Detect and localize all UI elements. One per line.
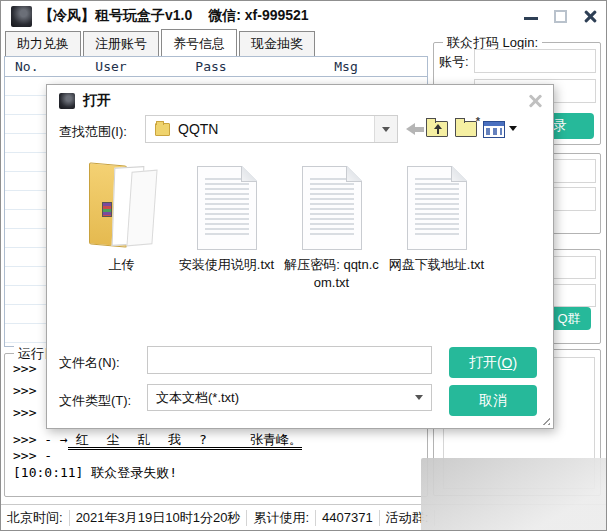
usage-label: 累计使用: [247,509,315,527]
close-icon [583,9,598,24]
filename-label: 文件名(N): [59,354,120,372]
folder-icon [155,123,170,136]
resize-grip[interactable] [540,415,550,425]
filetype-value: 文本文档(*.txt) [156,389,239,407]
dialog-app-icon [59,93,75,109]
open-button-label: 打开( [469,354,502,372]
tab-boost-exchange[interactable]: 助力兑换 [5,31,81,57]
log-signature-text: 红 尘 乱 我 ? [76,432,212,447]
view-menu-button[interactable] [483,118,505,135]
file-name: 解压密码: qqtn.com.txt [282,256,382,291]
view-menu-icon [483,121,505,138]
col-no: No. [5,57,65,76]
file-name: 网盘下载地址.txt [389,256,484,274]
usage-value: 4407371 [316,510,379,525]
maximize-icon [554,10,567,23]
file-item-text[interactable]: 网盘下载地址.txt [384,152,489,330]
app-window: 【冷风】租号玩盒子v1.0微信: xf-999521 助力兑换 注册账号 养号信… [0,0,607,531]
dialog-close-icon[interactable] [527,93,543,109]
dialog-title: 打开 [83,92,111,110]
lianzhong-account-input[interactable] [474,49,596,73]
up-one-level-button[interactable] [426,118,448,134]
file-item-text[interactable]: 安装使用说明.txt [174,152,279,330]
open-button-accesskey: O [502,355,513,371]
log-signature-prefix: >>> - → [13,432,68,447]
window-title: 【冷风】租号玩盒子v1.0微信: xf-999521 [39,7,309,25]
tab-cash-lottery[interactable]: 现金抽奖 [239,31,315,57]
app-logo-icon [11,6,32,27]
log-status-line: [10:0:11] 联众登录失败! [13,464,177,482]
open-folder-icon [85,162,159,250]
col-user: User [65,57,157,76]
open-button[interactable]: 打开(O) [449,347,537,378]
maximize-button[interactable] [554,10,567,23]
open-button-label: ) [512,355,517,371]
tab-account-info[interactable]: 养号信息 [161,29,237,57]
title-bar: 【冷风】租号玩盒子v1.0微信: xf-999521 [1,1,606,31]
text-file-icon [197,166,257,250]
up-one-level-icon [426,121,448,137]
account-label: 账号: [439,53,469,71]
tab-bar: 助力兑换 注册账号 养号信息 现金抽奖 [5,33,317,57]
minimize-icon [524,17,538,20]
text-file-icon [407,166,467,250]
minimize-button[interactable] [524,13,538,20]
chevron-down-icon [382,127,390,132]
text-file-icon [302,166,362,250]
log-line: >>> - [13,448,52,463]
file-item-folder[interactable]: 上传 [69,152,174,330]
beijing-time-value: 2021年3月19日10时1分20秒 [70,509,247,527]
cancel-button[interactable]: 取消 [449,385,537,416]
close-button[interactable] [583,9,598,24]
new-folder-icon: * [455,121,477,137]
filename-input[interactable] [147,346,432,374]
look-in-combobox[interactable]: QQTN [145,115,398,143]
back-button[interactable] [406,118,424,130]
new-folder-button[interactable]: * [455,118,477,134]
file-name: 安装使用说明.txt [179,256,274,274]
col-msg: Msg [265,57,427,76]
filetype-label: 文件类型(T): [59,392,131,410]
app-title: 【冷风】租号玩盒子v1.0 [39,7,192,23]
view-menu-caret-icon[interactable] [509,126,517,131]
back-icon [406,123,424,135]
file-list: 上传 安装使用说明.txt 解压密码: qqtn.com.txt 网盘下载地址.… [55,152,547,330]
watermark-overlay [421,458,607,531]
file-name: 上传 [109,256,135,274]
file-item-text[interactable]: 解压密码: qqtn.com.txt [279,152,384,330]
wechat-contact: 微信: xf-999521 [208,7,308,23]
table-header-row: No. User Pass Msg [5,57,427,77]
look-in-value: QQTN [178,121,374,137]
log-signature-name: 张青峰。 [250,432,302,447]
col-pass: Pass [157,57,265,76]
log-signature-line: >>> - →红 尘 乱 我 ?张青峰。 [13,431,302,449]
chevron-down-icon [415,395,423,400]
beijing-time-label: 北京时间: [1,509,69,527]
look-in-label: 查找范围(I): [59,123,127,141]
combo-dropdown-button[interactable] [374,116,397,142]
open-file-dialog: 打开 查找范围(I): QQTN * 上传 [46,84,554,429]
filetype-select[interactable]: 文本文档(*.txt) [147,384,432,411]
tab-register-account[interactable]: 注册账号 [83,31,159,57]
